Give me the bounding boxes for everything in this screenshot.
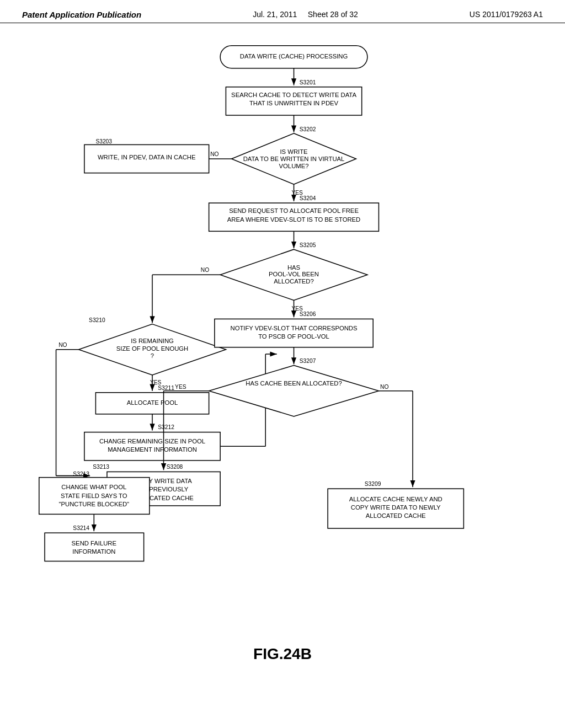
figure-label: FIG.24B bbox=[0, 645, 565, 663]
s3209-label: S3209 bbox=[365, 481, 381, 487]
diagram-area: DATA WRITE (CACHE) PROCESSING S3201 SEAR… bbox=[0, 29, 565, 679]
s3207-no: NO bbox=[380, 384, 388, 390]
s3211-label: S3211 bbox=[158, 385, 174, 391]
s3207-text1: HAS CACHE BEEN ALLOCATED? bbox=[246, 380, 342, 387]
s3213-text1: CHANGE WHAT POOL bbox=[61, 484, 126, 490]
s3207-label: S3207 bbox=[300, 358, 316, 364]
title-text: DATA WRITE (CACHE) PROCESSING bbox=[240, 53, 348, 60]
svg-rect-38 bbox=[45, 533, 144, 561]
s3205-text2: POOL-VOL BEEN bbox=[269, 271, 319, 277]
s3202-text3: VOLUME? bbox=[279, 163, 309, 169]
s3208-label: S3208 bbox=[167, 464, 183, 470]
s3211-text: ALLOCATE POOL bbox=[127, 399, 178, 406]
s3214-text2: INFORMATION bbox=[72, 548, 115, 555]
s3206-text1: NOTIFY VDEV-SLOT THAT CORRESPONDS bbox=[231, 325, 358, 331]
s3206-text2: TO PSCB OF POOL-VOL bbox=[258, 333, 329, 340]
s3214-text1: SEND FAILURE bbox=[72, 540, 117, 547]
s3201-text2: THAT IS UNWRITTEN IN PDEV bbox=[249, 100, 339, 106]
s3202-no: NO bbox=[210, 151, 218, 157]
s3210-text3: ? bbox=[151, 352, 154, 359]
s3210-label: S3210 bbox=[89, 317, 105, 323]
s3210-no: NO bbox=[58, 342, 67, 348]
s3214-label: S3214 bbox=[73, 525, 89, 531]
sheet-info: Sheet 28 of 32 bbox=[308, 10, 358, 19]
flowchart-svg: DATA WRITE (CACHE) PROCESSING S3201 SEAR… bbox=[0, 29, 565, 679]
page-header: Patent Application Publication Jul. 21, … bbox=[0, 0, 565, 23]
publication-label: Patent Application Publication bbox=[22, 10, 141, 19]
s3206-label: S3206 bbox=[300, 311, 316, 317]
s3205-text3: ALLOCATED? bbox=[274, 278, 313, 285]
s3212-text1: CHANGE REMAINING SIZE IN POOL bbox=[99, 438, 205, 445]
s3212-text2: MANAGEMENT INFORMATION bbox=[108, 446, 197, 453]
s3209-text2: COPY WRITE DATA TO NEWLY bbox=[351, 504, 441, 511]
pub-date: Jul. 21, 2011 bbox=[253, 10, 297, 19]
s3213-label: S3213 bbox=[93, 464, 109, 470]
header-center: Jul. 21, 2011 Sheet 28 of 32 bbox=[253, 10, 358, 19]
s3202-text2: DATA TO BE WRITTEN IN VIRTUAL bbox=[243, 156, 345, 162]
s3210-text1: IS REMAINING bbox=[131, 338, 174, 344]
s3204-label: S3204 bbox=[300, 195, 316, 201]
s3202-text1: IS WRITE bbox=[280, 148, 308, 155]
s3213-text3: "PUNCTURE BLOCKED" bbox=[59, 501, 130, 507]
s3204-text2: AREA WHERE VDEV-SLOT IS TO BE STORED bbox=[227, 216, 360, 223]
s3201-text: SEARCH CACHE TO DETECT WRITE DATA bbox=[231, 92, 356, 98]
s3202-label: S3202 bbox=[300, 126, 316, 132]
s3205-label: S3205 bbox=[300, 242, 316, 248]
s3213-text2: STATE FIELD SAYS TO bbox=[61, 493, 127, 499]
patent-number: US 2011/0179263 A1 bbox=[470, 10, 543, 19]
s3205-text1: HAS bbox=[287, 264, 300, 271]
s3203-label: S3203 bbox=[95, 138, 112, 144]
s3209-text3: ALLOCATED CACHE bbox=[366, 512, 426, 519]
s3212-label: S3212 bbox=[158, 424, 174, 430]
svg-marker-28 bbox=[209, 366, 379, 416]
s3203-text: WRITE, IN PDEV, DATA IN CACHE bbox=[98, 154, 196, 160]
s3209-text1: ALLOCATE CACHE NEWLY AND bbox=[349, 496, 443, 502]
s3205-no: NO bbox=[201, 267, 209, 273]
s3207-yes: YES bbox=[175, 384, 186, 390]
s3201-label: S3201 bbox=[300, 79, 316, 85]
s3204-text1: SEND REQUEST TO ALLOCATE POOL FREE bbox=[229, 207, 359, 214]
s3210-text2: SIZE OF POOL ENOUGH bbox=[116, 345, 188, 352]
s3213-label2: S3213 bbox=[73, 471, 89, 477]
